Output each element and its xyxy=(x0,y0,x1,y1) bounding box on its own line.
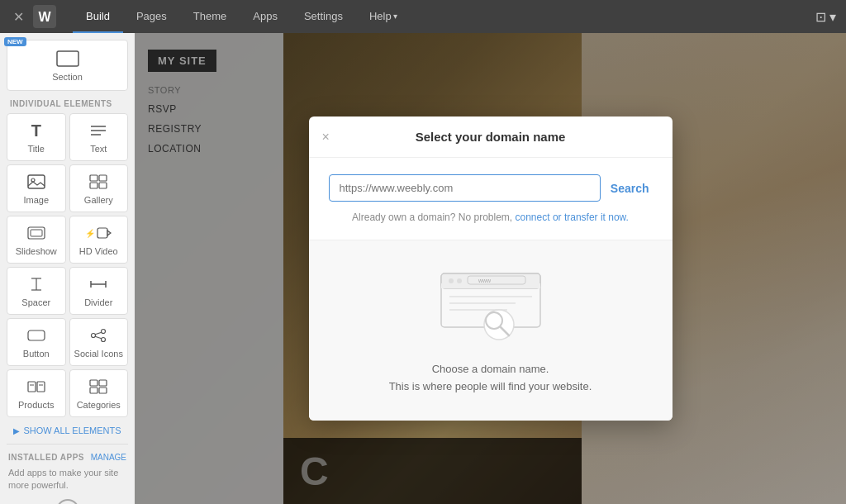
svg-rect-10 xyxy=(90,183,97,188)
domain-choose-text: Choose a domain name.This is where peopl… xyxy=(389,361,592,396)
add-app-item[interactable]: + Add App xyxy=(7,494,128,504)
text-icon xyxy=(89,121,107,140)
text-label: Text xyxy=(90,144,107,154)
slideshow-element[interactable]: Slideshow xyxy=(7,216,66,264)
elements-grid: T Title Text Image xyxy=(7,113,128,417)
spacer-icon xyxy=(27,274,45,294)
section-icon xyxy=(56,49,79,69)
divider-label: Divider xyxy=(84,297,112,307)
section-label: Section xyxy=(52,72,83,82)
products-element[interactable]: Products xyxy=(7,369,66,417)
modal-body-bottom: www Choose a domain name.This is where p… xyxy=(309,240,673,421)
domain-illustration: www xyxy=(433,265,549,348)
left-sidebar: NEW Section INDIVIDUAL ELEMENTS T Title … xyxy=(0,33,135,504)
svg-rect-34 xyxy=(90,388,97,393)
tab-help[interactable]: Help ▾ xyxy=(356,0,411,33)
image-label: Image xyxy=(23,195,49,205)
connect-transfer-link[interactable]: connect or transfer it now. xyxy=(516,212,629,223)
svg-rect-32 xyxy=(90,380,97,386)
tab-build[interactable]: Build xyxy=(73,0,123,33)
products-icon xyxy=(27,377,45,397)
apps-description: Add apps to make your site more powerful… xyxy=(7,465,128,494)
installed-apps-header: INSTALLED APPS MANAGE xyxy=(7,449,128,465)
categories-label: Categories xyxy=(77,400,121,410)
title-label: Title xyxy=(28,144,45,154)
svg-rect-6 xyxy=(28,175,45,188)
svg-point-23 xyxy=(102,330,106,334)
section-element[interactable]: NEW Section xyxy=(7,40,128,91)
close-button[interactable]: ✕ xyxy=(10,8,26,25)
modal-overlay: × Select your domain name Search Already… xyxy=(135,33,846,504)
domain-search-row: Search xyxy=(329,174,653,202)
slideshow-icon xyxy=(27,223,45,243)
modal-body-top: Search Already own a domain? No problem,… xyxy=(309,158,673,240)
svg-rect-33 xyxy=(99,380,107,386)
top-nav: ✕ W Build Pages Theme Apps Settings Help… xyxy=(0,0,846,33)
spacer-element[interactable]: Spacer xyxy=(7,267,66,315)
gallery-label: Gallery xyxy=(84,195,113,205)
show-all-label: SHOW ALL ELEMENTS xyxy=(23,426,121,435)
svg-rect-29 xyxy=(37,382,45,392)
image-element[interactable]: Image xyxy=(7,164,66,212)
search-button[interactable]: Search xyxy=(607,175,653,202)
svg-rect-2 xyxy=(57,51,78,66)
svg-point-24 xyxy=(92,334,96,338)
svg-point-39 xyxy=(449,278,454,283)
social-icons-element[interactable]: Social Icons xyxy=(69,318,129,366)
tab-apps[interactable]: Apps xyxy=(240,0,291,33)
button-element[interactable]: Button xyxy=(7,318,66,366)
products-label: Products xyxy=(18,400,54,410)
svg-rect-11 xyxy=(99,183,107,188)
installed-apps-title: INSTALLED APPS xyxy=(8,453,84,462)
svg-line-27 xyxy=(95,336,102,339)
tab-pages[interactable]: Pages xyxy=(123,0,180,33)
device-icon[interactable]: ⊡ ▾ xyxy=(815,9,836,25)
categories-element[interactable]: Categories xyxy=(69,369,129,417)
add-app-icon: + xyxy=(56,499,79,504)
gallery-icon xyxy=(89,172,107,192)
svg-rect-28 xyxy=(28,382,36,392)
new-badge: NEW xyxy=(4,37,26,46)
svg-marker-15 xyxy=(107,231,111,235)
divider-element[interactable]: Divider xyxy=(69,267,129,315)
svg-rect-8 xyxy=(90,175,97,181)
nav-right: ⊡ ▾ xyxy=(815,9,836,25)
nav-left: ✕ W xyxy=(10,5,56,28)
canvas-area: MY SITE STORY RSVP REGISTRY LOCATION C ×… xyxy=(135,33,846,504)
already-own-text: Already own a domain? No problem, connec… xyxy=(329,212,653,223)
svg-rect-14 xyxy=(97,228,107,238)
svg-point-40 xyxy=(457,278,462,283)
svg-point-25 xyxy=(102,338,106,342)
svg-rect-13 xyxy=(31,230,42,236)
manage-link[interactable]: MANAGE xyxy=(91,453,126,462)
slideshow-label: Slideshow xyxy=(16,246,57,256)
show-all-elements-link[interactable]: ▶ SHOW ALL ELEMENTS xyxy=(7,421,128,440)
spacer-label: Spacer xyxy=(21,297,50,307)
svg-line-26 xyxy=(95,332,102,335)
hd-video-element[interactable]: ⚡ HD Video xyxy=(69,216,129,264)
title-element[interactable]: T Title xyxy=(7,113,66,161)
hd-video-icon: ⚡ xyxy=(85,223,112,243)
svg-rect-9 xyxy=(99,175,107,181)
tab-theme[interactable]: Theme xyxy=(180,0,240,33)
button-label: Button xyxy=(23,349,50,359)
main-layout: NEW Section INDIVIDUAL ELEMENTS T Title … xyxy=(0,33,846,504)
divider-icon xyxy=(89,274,107,294)
title-icon: T xyxy=(31,121,41,140)
svg-text:www: www xyxy=(478,278,492,283)
modal-header: × Select your domain name xyxy=(309,116,673,158)
text-element[interactable]: Text xyxy=(69,113,129,161)
social-icons-label: Social Icons xyxy=(74,349,123,359)
individual-elements-title: INDIVIDUAL ELEMENTS xyxy=(7,99,128,108)
social-icons-icon xyxy=(89,326,107,345)
weebly-logo: W xyxy=(33,5,56,28)
domain-input[interactable] xyxy=(329,174,601,202)
modal-title: Select your domain name xyxy=(416,130,566,144)
modal-close-button[interactable]: × xyxy=(322,130,330,145)
gallery-element[interactable]: Gallery xyxy=(69,164,129,212)
svg-rect-35 xyxy=(99,388,107,393)
hd-video-label: HD Video xyxy=(79,246,118,256)
tab-settings[interactable]: Settings xyxy=(291,0,356,33)
svg-rect-22 xyxy=(28,330,45,340)
svg-text:W: W xyxy=(38,10,51,24)
